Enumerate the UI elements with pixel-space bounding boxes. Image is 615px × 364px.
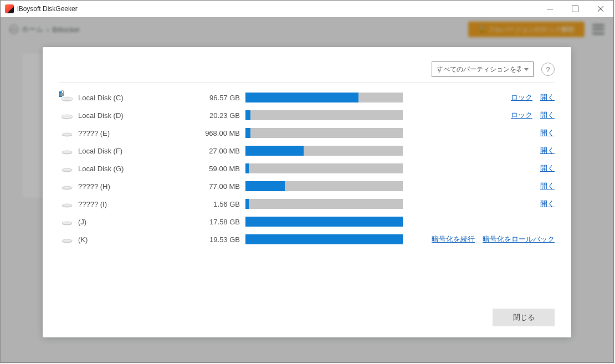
disk-name: Local Disk (D) bbox=[75, 111, 189, 120]
disk-name: (K) bbox=[75, 235, 189, 244]
help-button[interactable]: ? bbox=[541, 63, 555, 76]
app-icon bbox=[5, 4, 14, 13]
open-link[interactable]: 開く bbox=[540, 93, 555, 102]
resume-encryption-link[interactable]: 暗号化を続行 bbox=[432, 234, 475, 244]
disk-actions: ロック開く bbox=[403, 93, 555, 102]
disk-list: Local Disk (C)96.57 GBロック開くLocal Disk (D… bbox=[59, 83, 555, 299]
disk-icon bbox=[59, 93, 75, 102]
usage-bar bbox=[245, 234, 403, 244]
disk-row: ????? (E)968.00 MB開く bbox=[59, 124, 555, 142]
partition-filter-select[interactable]: すべてのパーティションを表示 bbox=[432, 61, 534, 77]
open-link[interactable]: 開く bbox=[540, 110, 555, 120]
disk-size: 17.58 GB bbox=[189, 218, 245, 226]
usage-bar bbox=[245, 93, 403, 102]
disk-icon bbox=[59, 182, 75, 191]
disk-icon bbox=[59, 164, 75, 173]
rollback-encryption-link[interactable]: 暗号化をロールバック bbox=[483, 234, 555, 244]
disk-icon bbox=[59, 217, 75, 226]
disk-row: (K)19.53 GB暗号化を続行暗号化をロールバック bbox=[59, 230, 555, 248]
usage-bar bbox=[245, 217, 403, 227]
disk-size: 27.00 MB bbox=[189, 147, 245, 155]
usage-bar bbox=[245, 181, 403, 191]
disk-size: 19.53 GB bbox=[189, 235, 245, 244]
close-button[interactable]: 閉じる bbox=[493, 309, 555, 326]
disk-actions: ロック開く bbox=[403, 110, 555, 120]
help-icon: ? bbox=[546, 65, 550, 74]
open-link[interactable]: 開く bbox=[540, 181, 555, 191]
disk-icon bbox=[59, 146, 75, 155]
filter-select-label: すべてのパーティションを表示 bbox=[437, 65, 521, 74]
open-link[interactable]: 開く bbox=[540, 146, 555, 156]
disk-name: ????? (H) bbox=[75, 182, 189, 191]
usage-bar-fill bbox=[245, 93, 358, 102]
usage-bar-fill bbox=[245, 234, 403, 244]
disk-name: (J) bbox=[75, 218, 189, 226]
usage-bar bbox=[245, 128, 403, 138]
disk-icon bbox=[59, 235, 75, 244]
disk-actions: 開く bbox=[403, 181, 555, 191]
usage-bar bbox=[245, 163, 403, 173]
disk-size: 96.57 GB bbox=[189, 94, 245, 102]
disk-row: ????? (H)77.00 MB開く bbox=[59, 177, 555, 195]
window-controls bbox=[537, 1, 613, 17]
disk-name: Local Disk (F) bbox=[75, 147, 189, 155]
disk-size: 1.56 GB bbox=[189, 200, 245, 208]
usage-bar-fill bbox=[245, 110, 250, 120]
lock-link[interactable]: ロック bbox=[511, 110, 532, 120]
lock-badge-icon bbox=[60, 90, 64, 96]
usage-bar-fill bbox=[245, 163, 249, 173]
disk-row: Local Disk (D)20.23 GBロック開く bbox=[59, 106, 555, 124]
disk-icon bbox=[59, 129, 75, 137]
disk-row: Local Disk (C)96.57 GBロック開く bbox=[59, 89, 555, 106]
dialog-footer: 閉じる bbox=[59, 299, 555, 326]
usage-bar-fill bbox=[245, 146, 304, 156]
disk-actions: 暗号化を続行暗号化をロールバック bbox=[403, 234, 555, 244]
minimize-button[interactable] bbox=[537, 1, 562, 17]
disk-size: 77.00 MB bbox=[189, 182, 245, 191]
usage-bar bbox=[245, 199, 403, 209]
app-title: iBoysoft DiskGeeker bbox=[17, 5, 78, 13]
disk-size: 20.23 GB bbox=[189, 111, 245, 120]
window-close-button[interactable] bbox=[588, 1, 613, 17]
app-window: iBoysoft DiskGeeker ホーム › Bitlocker 🔒 フル… bbox=[0, 0, 614, 363]
disk-actions: 開く bbox=[403, 163, 555, 173]
chevron-down-icon bbox=[524, 68, 529, 71]
partition-dialog: すべてのパーティションを表示 ? Local Disk (C)96.57 GBロ… bbox=[43, 47, 571, 337]
disk-size: 59.00 MB bbox=[189, 165, 245, 173]
disk-name: Local Disk (C) bbox=[75, 94, 189, 102]
usage-bar-fill bbox=[245, 199, 249, 209]
disk-row: (J)17.58 GB bbox=[59, 213, 555, 230]
disk-icon bbox=[59, 199, 75, 208]
disk-row: Local Disk (G)59.00 MB開く bbox=[59, 160, 555, 177]
usage-bar-fill bbox=[245, 128, 250, 138]
titlebar: iBoysoft DiskGeeker bbox=[1, 1, 613, 17]
open-link[interactable]: 開く bbox=[540, 128, 555, 138]
disk-icon bbox=[59, 111, 75, 120]
disk-actions: 開く bbox=[403, 128, 555, 138]
disk-row: Local Disk (F)27.00 MB開く bbox=[59, 142, 555, 160]
usage-bar-fill bbox=[245, 181, 285, 191]
open-link[interactable]: 開く bbox=[540, 199, 555, 209]
disk-size: 968.00 MB bbox=[189, 129, 245, 137]
disk-name: ????? (I) bbox=[75, 200, 189, 208]
dialog-toolbar: すべてのパーティションを表示 ? bbox=[59, 61, 555, 83]
lock-link[interactable]: ロック bbox=[511, 93, 532, 102]
maximize-button[interactable] bbox=[562, 1, 588, 17]
disk-row: ????? (I)1.56 GB開く bbox=[59, 195, 555, 213]
disk-actions: 開く bbox=[403, 146, 555, 156]
usage-bar bbox=[245, 110, 403, 120]
disk-name: Local Disk (G) bbox=[75, 165, 189, 173]
open-link[interactable]: 開く bbox=[540, 163, 555, 173]
usage-bar-fill bbox=[245, 217, 403, 227]
usage-bar bbox=[245, 146, 403, 156]
disk-name: ????? (E) bbox=[75, 129, 189, 137]
disk-actions: 開く bbox=[403, 199, 555, 209]
